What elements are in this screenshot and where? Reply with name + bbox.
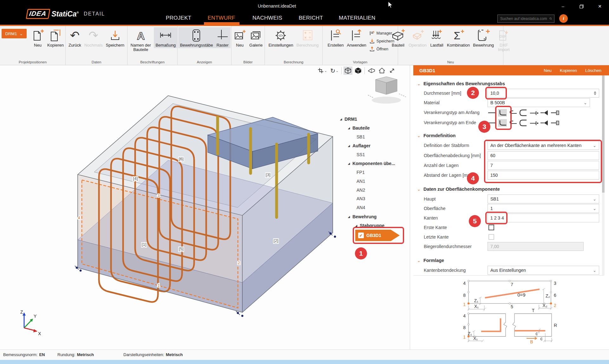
crop-tool-button[interactable]: ⌄ bbox=[317, 67, 328, 75]
anchor-loop-icon[interactable] bbox=[529, 119, 538, 127]
gallery-button[interactable]: Galerie bbox=[248, 27, 264, 48]
anchor-welded-icon[interactable] bbox=[540, 119, 549, 127]
collapse-icon[interactable]: ⌄ bbox=[417, 81, 421, 86]
apply-template-button[interactable]: Anwenden bbox=[345, 27, 368, 48]
material-dropdown[interactable]: B 500B ⌄ bbox=[488, 98, 590, 107]
settings-button[interactable]: </> Einstellungen bbox=[267, 27, 295, 48]
anchor-bend-icon[interactable] bbox=[519, 119, 528, 127]
tree-item-an2[interactable]: AN2 bbox=[357, 187, 365, 194]
calculation-button[interactable]: +−×÷ Berechnung bbox=[295, 27, 320, 48]
spinner-control[interactable] bbox=[594, 91, 596, 95]
create-template-button[interactable]: Erstellen bbox=[326, 27, 345, 48]
section-oberflaechenkomponente[interactable]: ⌄ Daten zur Oberflächenkomponente bbox=[417, 186, 500, 192]
tab-nachweis[interactable]: NACHWEIS bbox=[252, 15, 282, 21]
first-edge-checkbox[interactable] bbox=[488, 225, 494, 230]
new-load-case-button[interactable]: Lastfall bbox=[428, 27, 445, 48]
tab-bericht[interactable]: BERICHT bbox=[299, 15, 323, 21]
new-picture-button[interactable]: Neu bbox=[232, 27, 248, 48]
edges-input[interactable] bbox=[488, 214, 599, 222]
tree-item-an4[interactable]: AN4 bbox=[357, 204, 365, 211]
expand-icon[interactable]: ◢ bbox=[355, 224, 357, 227]
save-button[interactable]: Speichern bbox=[104, 27, 126, 48]
tab-materialien[interactable]: MATERIALIEN bbox=[339, 15, 375, 21]
diameter-input[interactable] bbox=[488, 89, 599, 98]
cover-input[interactable] bbox=[488, 151, 599, 160]
scrollbar-thumb[interactable] bbox=[602, 75, 605, 193]
anchor-loop-icon[interactable] bbox=[529, 109, 538, 117]
fit-view-button[interactable] bbox=[388, 67, 396, 75]
panel-scrollbar[interactable] bbox=[602, 75, 605, 275]
navigation-cube[interactable] bbox=[368, 77, 406, 104]
tree-item-bewehrung[interactable]: ◢Bewehrung bbox=[348, 213, 377, 220]
expand-icon[interactable]: ◢ bbox=[348, 162, 350, 165]
tree-item-sb1[interactable]: SB1 bbox=[357, 133, 365, 140]
section-eigenschaften[interactable]: ⌄ Eigenschaften des Bewehrungsstabs bbox=[417, 80, 505, 87]
member-names-toggle[interactable]: A Namen der Bauteile bbox=[128, 27, 154, 53]
new-project-item-button[interactable]: Neu bbox=[30, 27, 46, 48]
tab-entwurf[interactable]: ENTWURF bbox=[207, 15, 235, 21]
edge-cover-dropdown[interactable]: Aus Einstellungen⌄ bbox=[488, 266, 599, 275]
copy-action[interactable]: Kopieren bbox=[560, 68, 577, 73]
collapse-icon[interactable]: ⌄ bbox=[417, 258, 421, 263]
rotate-view-button[interactable]: ↻ ⌄ bbox=[329, 67, 339, 75]
tree-item-komponenten[interactable]: ◢Komponenten übe... bbox=[348, 160, 395, 167]
surface-dropdown[interactable]: 1⌄ bbox=[488, 204, 599, 213]
section-formdefinition[interactable]: ⌄ Formdefinition bbox=[417, 132, 455, 139]
tree-item-ss1[interactable]: SS1 bbox=[357, 151, 365, 158]
expand-icon[interactable]: ◢ bbox=[348, 215, 350, 218]
section-formlage[interactable]: ⌄ Formlage bbox=[417, 257, 444, 264]
tree-item-an3[interactable]: AN3 bbox=[357, 195, 365, 202]
close-button[interactable]: ✕ bbox=[591, 0, 609, 13]
minimize-button[interactable]: – bbox=[554, 0, 572, 13]
spacing-input[interactable] bbox=[488, 171, 599, 180]
tree-item-fp1[interactable]: FP1 bbox=[357, 169, 365, 176]
new-combination-button[interactable]: Σ Kombination bbox=[445, 27, 471, 48]
tree-item-gb3d1-selected[interactable]: ✔ GB3D1 bbox=[355, 230, 400, 241]
anchor-small-hook-icon[interactable] bbox=[508, 119, 517, 127]
collapse-icon[interactable]: ⌄ bbox=[417, 187, 421, 192]
tree-item-auflager[interactable]: ◢Auflager bbox=[348, 142, 370, 149]
expand-icon[interactable]: ◢ bbox=[348, 127, 350, 130]
anchor-welded-icon[interactable] bbox=[540, 109, 549, 117]
anchor-straight-icon[interactable] bbox=[488, 109, 496, 117]
tree-item-stabgruppe[interactable]: ◢Stabgruppe bbox=[355, 222, 384, 229]
anchor-small-hook-icon[interactable] bbox=[508, 109, 517, 117]
search-icon[interactable] bbox=[549, 16, 552, 21]
redo-button[interactable]: ↷ Nochmals bbox=[83, 27, 104, 48]
anchor-plate-icon[interactable] bbox=[550, 109, 559, 117]
search-input[interactable] bbox=[498, 16, 549, 21]
expand-icon[interactable]: ◢ bbox=[348, 144, 350, 147]
rebar-display-toggle[interactable]: Bewehrungsstäbe bbox=[178, 27, 214, 48]
copy-project-item-button[interactable]: Kopieren bbox=[46, 27, 65, 48]
project-item-dropdown[interactable]: DRM1⌄ bbox=[2, 29, 27, 38]
collapse-icon[interactable]: ⌄ bbox=[417, 133, 421, 138]
new-member-button[interactable]: Bauteil bbox=[389, 27, 407, 48]
restore-button[interactable] bbox=[572, 0, 591, 13]
dimensions-toggle[interactable]: Bemaßung bbox=[154, 27, 177, 48]
anchor-plate-icon[interactable] bbox=[550, 119, 559, 127]
undo-button[interactable]: ↶ Zurück bbox=[67, 27, 83, 48]
new-operation-button[interactable]: Operation bbox=[407, 27, 428, 48]
new-action[interactable]: Neu bbox=[544, 68, 552, 73]
tree-item-bauteile[interactable]: ◢Bauteile bbox=[348, 125, 370, 131]
info-button[interactable]: i bbox=[559, 14, 568, 23]
shape-def-dropdown[interactable]: An der Oberflächenkante an mehreren Kant… bbox=[488, 141, 599, 150]
delete-action[interactable]: Löschen bbox=[585, 68, 601, 73]
search-box[interactable] bbox=[497, 15, 554, 23]
anchor-hook-icon[interactable] bbox=[498, 119, 507, 127]
host-dropdown[interactable]: SB1⌄ bbox=[488, 195, 599, 203]
tree-item-an1[interactable]: AN1 bbox=[357, 178, 365, 185]
anchor-hook-icon[interactable] bbox=[498, 109, 507, 117]
new-reinforcement-button[interactable]: Bewehrung bbox=[471, 27, 495, 48]
grid-toggle[interactable]: Raster bbox=[215, 27, 231, 48]
checkbox-checked-icon[interactable]: ✔ bbox=[358, 233, 364, 238]
tab-projekt[interactable]: PROJEKT bbox=[166, 15, 192, 21]
layers-input[interactable] bbox=[488, 161, 599, 170]
home-view-button[interactable] bbox=[377, 67, 386, 75]
tree-item-drm1[interactable]: ◢DRM1 bbox=[340, 116, 357, 123]
wireframe-view-button[interactable] bbox=[344, 67, 352, 75]
solid-view-button[interactable] bbox=[354, 67, 363, 75]
section-view-button[interactable] bbox=[367, 67, 376, 75]
expand-icon[interactable]: ◢ bbox=[340, 118, 342, 121]
anchor-bend-icon[interactable] bbox=[519, 109, 528, 117]
